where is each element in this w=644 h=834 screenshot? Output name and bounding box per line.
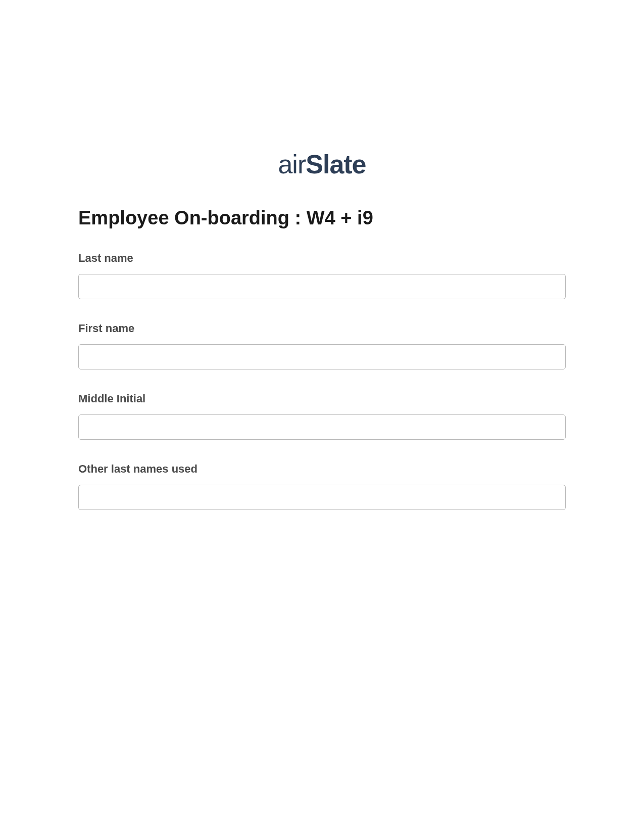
form-group-first-name: First name (78, 322, 566, 369)
other-last-names-input[interactable] (78, 485, 566, 510)
first-name-input[interactable] (78, 344, 566, 369)
logo-part-slate: Slate (306, 150, 366, 179)
middle-initial-label: Middle Initial (78, 392, 566, 405)
middle-initial-input[interactable] (78, 414, 566, 440)
brand-logo: airSlate (78, 149, 566, 179)
form-group-last-name: Last name (78, 252, 566, 299)
form-container: airSlate Employee On-boarding : W4 + i9 … (0, 0, 644, 510)
first-name-label: First name (78, 322, 566, 335)
last-name-label: Last name (78, 252, 566, 265)
logo-part-air: air (278, 150, 306, 179)
last-name-input[interactable] (78, 274, 566, 299)
other-last-names-label: Other last names used (78, 462, 566, 476)
logo-text: airSlate (278, 150, 366, 179)
page-title: Employee On-boarding : W4 + i9 (78, 207, 566, 229)
form-group-other-last-names: Other last names used (78, 462, 566, 510)
form-group-middle-initial: Middle Initial (78, 392, 566, 440)
